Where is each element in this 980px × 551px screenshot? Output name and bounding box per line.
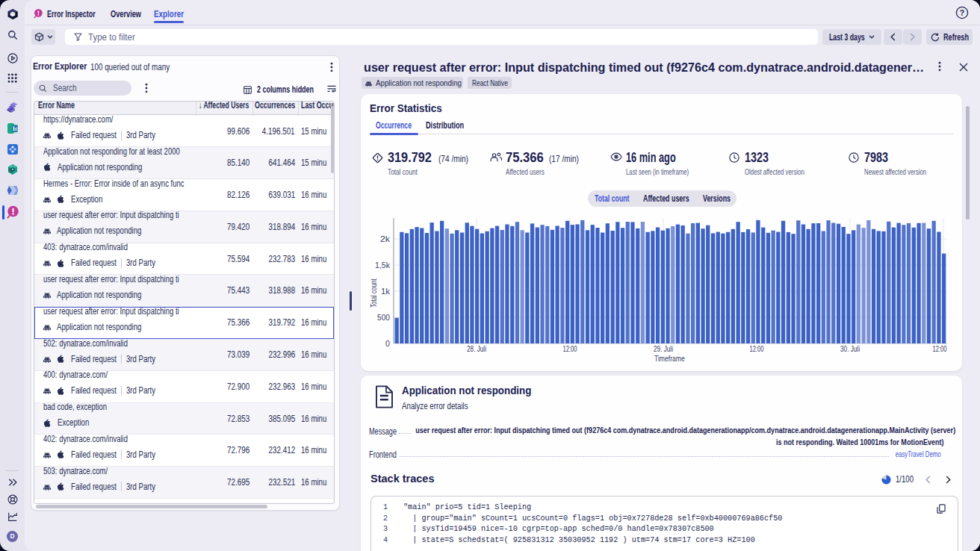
svg-text:12:00: 12:00 <box>563 345 577 353</box>
svg-text:12:00: 12:00 <box>750 345 764 353</box>
svg-text:0: 0 <box>385 340 390 348</box>
svg-text:500: 500 <box>377 314 390 322</box>
svg-text:30. Juli: 30. Juli <box>840 345 860 353</box>
svg-text:1k: 1k <box>381 287 391 296</box>
svg-text:28. Juli: 28. Juli <box>467 345 486 353</box>
svg-text:12:00: 12:00 <box>933 345 947 353</box>
svg-text:?: ? <box>960 8 964 17</box>
svg-text:1,5k: 1,5k <box>375 261 391 270</box>
svg-text:2k: 2k <box>380 235 391 243</box>
svg-text:29. Juli: 29. Juli <box>654 345 673 353</box>
